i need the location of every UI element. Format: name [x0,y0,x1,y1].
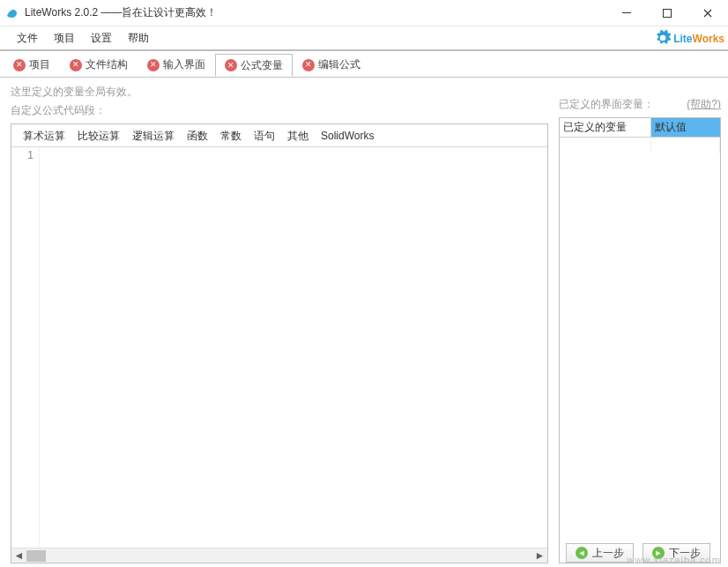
arrow-left-icon: ◄ [576,547,588,559]
tab-label: 输入界面 [163,57,205,72]
tab-project[interactable]: ✕项目 [4,54,60,77]
maximize-button[interactable] [647,0,687,26]
menubar: 文件 项目 设置 帮助 LiteWorks [0,26,728,51]
code-editor[interactable]: 1 [11,147,547,548]
tab-edit-formula[interactable]: ✕编辑公式 [293,54,370,77]
brand-logo: LiteWorks [654,26,724,51]
tab-close-icon[interactable]: ✕ [147,59,160,71]
col-default[interactable]: 默认值 [651,118,720,138]
tab-label: 文件结构 [85,57,128,72]
line-gutter: 1 [11,147,40,548]
titlebar: LiteWorks 2.0.2 ——旨在让设计更高效！ [0,0,728,26]
line-number: 1 [27,149,33,161]
prev-label: 上一步 [592,546,624,561]
brand-text-works: Works [693,33,724,45]
window-title: LiteWorks 2.0.2 ——旨在让设计更高效！ [25,5,217,20]
next-button[interactable]: ► 下一步 [643,543,710,563]
code-toolbar: 算术运算 比较运算 逻辑运算 函数 常数 语句 其他 SolidWorks [11,124,547,147]
svg-rect-0 [622,12,631,13]
info-text-1: 这里定义的变量全局有效。 [11,85,548,100]
help-link[interactable]: (帮助?) [687,97,721,112]
tb-compare[interactable]: 比较运算 [71,125,126,146]
tb-other[interactable]: 其他 [281,125,315,146]
code-area[interactable] [40,147,547,548]
next-label: 下一步 [669,546,701,561]
window-controls [606,0,728,26]
tb-solidworks[interactable]: SolidWorks [315,125,380,146]
tab-label: 项目 [29,57,50,72]
menu-file[interactable]: 文件 [9,26,46,50]
right-header-label: 已定义的界面变量： [559,97,654,112]
footer-nav: ◄ 上一步 ► 下一步 [0,539,728,567]
tb-const[interactable]: 常数 [214,125,248,146]
right-panel: 已定义的界面变量： (帮助?) 已定义的变量 默认值 [555,78,728,567]
menu-project[interactable]: 项目 [46,26,83,50]
tab-close-icon[interactable]: ✕ [70,59,82,71]
tb-func[interactable]: 函数 [181,125,214,146]
tab-close-icon[interactable]: ✕ [225,59,237,71]
menu-help[interactable]: 帮助 [120,26,157,50]
col-var-name[interactable]: 已定义的变量 [560,118,651,138]
info-text-2: 自定义公式代码段： [11,103,548,118]
brand-text-lite: Lite [673,33,692,45]
arrow-right-icon: ► [652,547,665,559]
document-tabs: ✕项目 ✕文件结构 ✕输入界面 ✕公式变量 ✕编辑公式 [0,51,728,78]
tab-input-ui[interactable]: ✕输入界面 [137,54,215,77]
prev-button[interactable]: ◄ 上一步 [566,543,634,563]
app-icon [5,6,19,20]
grid-row-empty[interactable] [560,138,720,153]
left-panel: 这里定义的变量全局有效。 自定义公式代码段： 算术运算 比较运算 逻辑运算 函数… [0,78,555,567]
tb-logic[interactable]: 逻辑运算 [126,125,181,146]
minimize-button[interactable] [606,0,647,26]
close-button[interactable] [687,0,728,26]
tb-arith[interactable]: 算术运算 [17,125,71,146]
menu-settings[interactable]: 设置 [83,26,120,50]
grid-cell[interactable] [560,138,651,153]
tab-close-icon[interactable]: ✕ [13,59,26,71]
right-panel-header: 已定义的界面变量： (帮助?) [559,97,721,112]
grid-cell[interactable] [651,138,720,153]
tab-formula-vars[interactable]: ✕公式变量 [215,54,293,77]
variables-grid[interactable]: 已定义的变量 默认值 [559,117,721,563]
tb-stmt[interactable]: 语句 [248,125,281,146]
content-area: 这里定义的变量全局有效。 自定义公式代码段： 算术运算 比较运算 逻辑运算 函数… [0,78,728,567]
tab-label: 编辑公式 [318,57,360,72]
grid-header: 已定义的变量 默认值 [560,118,720,138]
tab-close-icon[interactable]: ✕ [302,59,315,71]
tab-file-structure[interactable]: ✕文件结构 [60,54,137,77]
gear-icon [654,29,672,49]
svg-rect-1 [664,10,672,18]
tab-label: 公式变量 [241,58,283,73]
editor-container: 算术运算 比较运算 逻辑运算 函数 常数 语句 其他 SolidWorks 1 … [11,123,548,563]
